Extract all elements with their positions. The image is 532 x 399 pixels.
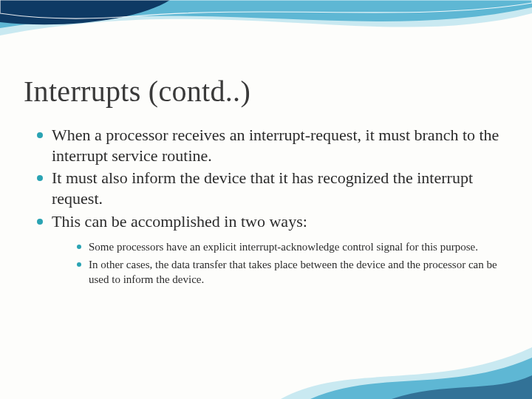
main-bullet-list: When a processor receives an interrupt-r… [24, 125, 508, 287]
bullet-text: When a processor receives an interrupt-r… [52, 126, 499, 165]
sub-bullet-text: In other cases, the data transfer that t… [89, 259, 497, 285]
sub-bullet-list: Some processors have an explicit interru… [52, 239, 508, 287]
bullet-item: When a processor receives an interrupt-r… [37, 125, 508, 166]
wave-decoration-bottom [281, 318, 532, 399]
sub-bullet-item: Some processors have an explicit interru… [77, 239, 508, 254]
bullet-item: It must also inform the device that it h… [37, 168, 508, 209]
bullet-text: It must also inform the device that it h… [52, 168, 473, 208]
sub-bullet-text: Some processors have an explicit interru… [89, 241, 478, 253]
slide-title: Interrupts (contd..) [24, 74, 508, 109]
slide: Interrupts (contd..) When a processor re… [0, 0, 532, 399]
sub-bullet-item: In other cases, the data transfer that t… [77, 257, 508, 287]
bullet-text: This can be accomplished in two ways: [52, 212, 307, 231]
bullet-item: This can be accomplished in two ways: So… [37, 211, 508, 287]
content-area: Interrupts (contd..) When a processor re… [24, 74, 508, 290]
wave-decoration-top [0, 0, 532, 81]
